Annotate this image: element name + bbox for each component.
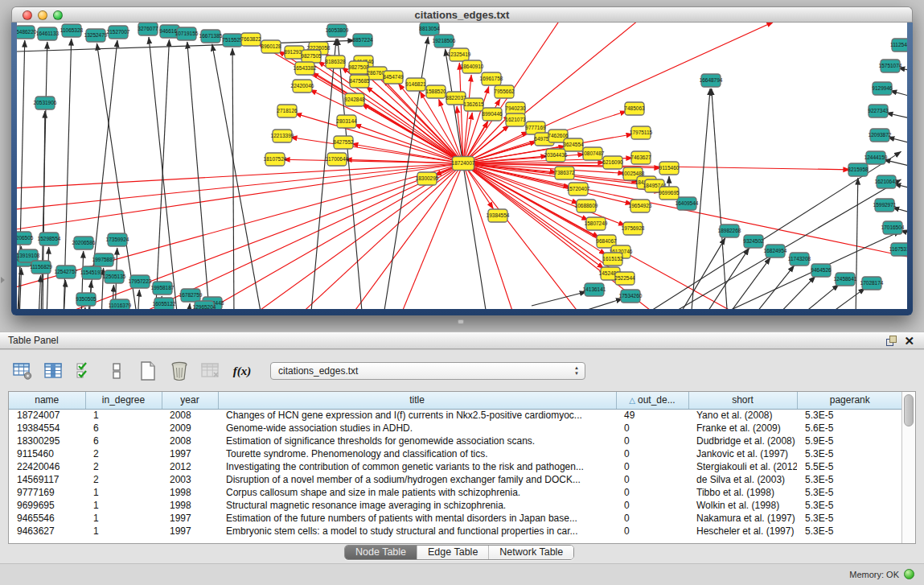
- graph-node-teal[interactable]: 16210643: [875, 175, 898, 188]
- column-header-short[interactable]: short: [688, 392, 797, 409]
- column-header-in_degree[interactable]: in_degree: [85, 392, 162, 409]
- table-cell[interactable]: Corpus callosum shape and size in male p…: [218, 486, 616, 499]
- citation-edge-red[interactable]: [310, 89, 463, 163]
- graph-node-teal[interactable]: 15751074: [879, 60, 902, 72]
- citation-edge-black[interactable]: [890, 91, 907, 107]
- table-cell[interactable]: Franke et al. (2009): [688, 422, 797, 435]
- graph-node-yellow[interactable]: 7463627: [630, 151, 651, 164]
- graph-node-yellow[interactable]: 17975115: [630, 126, 653, 139]
- graph-node-hub[interactable]: 18724007: [452, 157, 475, 171]
- graph-node-teal[interactable]: 9129946: [872, 82, 893, 95]
- table-cell[interactable]: Estimation of significance thresholds fo…: [218, 435, 616, 447]
- citation-edge-black[interactable]: [702, 248, 749, 309]
- citation-edge-black[interactable]: [188, 303, 190, 309]
- graph-node-yellow[interactable]: 1362615: [463, 98, 484, 111]
- table-row[interactable]: 1872400712008Changes of HCN gene express…: [9, 409, 901, 422]
- graph-node-yellow[interactable]: 12213399: [271, 130, 294, 142]
- table-cell[interactable]: 0: [616, 499, 688, 512]
- graph-node-yellow[interactable]: 16543382: [294, 62, 317, 75]
- graph-node-yellow[interactable]: 9827505: [301, 50, 322, 63]
- delete-column-icon[interactable]: [168, 360, 191, 381]
- table-cell[interactable]: Changes of HCN gene expression and I(f) …: [218, 409, 616, 422]
- table-cell[interactable]: Yano et al. (2008): [688, 409, 797, 422]
- table-cell[interactable]: 2008: [162, 435, 218, 447]
- graph-node-yellow[interactable]: 16961758: [480, 72, 503, 85]
- graph-node-teal[interactable]: 11065328: [60, 24, 84, 37]
- graph-node-teal[interactable]: 12458641: [834, 273, 857, 286]
- graph-node-teal[interactable]: 11156829: [30, 261, 52, 274]
- graph-node-yellow[interactable]: 9146821: [405, 78, 426, 91]
- graph-node-teal[interactable]: 12965204: [193, 301, 216, 309]
- table-cell[interactable]: 18300295: [9, 435, 85, 447]
- graph-node-teal[interactable]: 16824954: [764, 245, 787, 257]
- table-cell[interactable]: 5.5E-5: [797, 460, 901, 473]
- graph-node-yellow[interactable]: 2718126: [277, 105, 298, 117]
- table-cell[interactable]: Disruption of a novel member of a sodium…: [218, 473, 616, 486]
- table-cell[interactable]: Embryonic stem cells: a model to study s…: [218, 525, 616, 538]
- table-selector-dropdown[interactable]: citations_edges.txt ▲▼: [270, 362, 585, 380]
- graph-node-teal[interactable]: 17957223: [129, 275, 152, 288]
- panel-resize-arrow[interactable]: [1, 277, 5, 283]
- function-builder-icon[interactable]: f(x): [231, 360, 253, 381]
- graph-node-teal[interactable]: 16409544: [676, 197, 699, 210]
- graph-node-teal[interactable]: 8215958: [848, 163, 869, 176]
- graph-node-teal[interactable]: 12542757: [55, 266, 78, 278]
- graph-node-teal[interactable]: 16782759: [179, 289, 203, 302]
- table-row[interactable]: 911546021997Tourette syndrome. Phenomeno…: [9, 447, 901, 460]
- graph-node-yellow[interactable]: 8475685: [349, 75, 370, 88]
- table-cell[interactable]: Stergiakouli et al. (2012): [688, 460, 797, 473]
- graph-node-teal[interactable]: 16461133: [36, 27, 60, 40]
- network-canvas[interactable]: 1548622016461133110653281325247921527007…: [17, 23, 907, 309]
- table-cell[interactable]: Hescheler et al. (1997): [688, 525, 797, 538]
- table-row[interactable]: 1456911722003Disruption of a novel membe…: [9, 473, 901, 486]
- table-cell[interactable]: 1997: [162, 525, 218, 538]
- graph-node-yellow[interactable]: 7955662: [494, 85, 515, 98]
- graph-node-teal[interactable]: 19975887: [92, 253, 116, 266]
- table-cell[interactable]: 0: [616, 512, 688, 525]
- table-cell[interactable]: Investigating the contribution of common…: [218, 460, 616, 473]
- graph-node-yellow[interactable]: 3624554: [563, 138, 584, 151]
- citation-edge-red[interactable]: [17, 163, 463, 191]
- table-cell[interactable]: 0: [616, 422, 688, 435]
- table-scrollbar[interactable]: [901, 392, 915, 543]
- graph-node-yellow[interactable]: 20364436: [544, 149, 568, 162]
- graph-node-yellow[interactable]: 11700644: [326, 153, 349, 166]
- citation-edge-black[interactable]: [232, 48, 234, 309]
- table-cell[interactable]: Tibbo et al. (1998): [688, 486, 797, 499]
- table-cell[interactable]: 5.3E-5: [797, 499, 901, 512]
- citation-edge-black[interactable]: [580, 299, 622, 309]
- graph-node-yellow[interactable]: 15720407: [567, 183, 590, 196]
- citation-edge-black[interactable]: [856, 178, 858, 309]
- column-header-out_de[interactable]: △out_de...: [616, 392, 688, 409]
- graph-node-teal[interactable]: 7515525: [222, 34, 243, 47]
- graph-node-teal[interactable]: 11125448: [890, 39, 907, 51]
- graph-node-teal[interactable]: 9227343: [868, 105, 889, 117]
- table-cell[interactable]: 1998: [162, 486, 218, 499]
- table-cell[interactable]: 5.3E-5: [797, 447, 901, 460]
- network-window-titlebar[interactable]: citations_edges.txt: [11, 6, 913, 23]
- graph-node-teal[interactable]: 13252479: [84, 29, 108, 42]
- graph-node-teal[interactable]: 20206586: [72, 237, 96, 249]
- table-cell[interactable]: 5.3E-5: [797, 512, 901, 525]
- graph-node-yellow[interactable]: 19654923: [629, 200, 652, 212]
- graph-node-teal[interactable]: 15298554: [38, 233, 61, 245]
- citation-edge-black[interactable]: [795, 284, 839, 309]
- graph-node-teal[interactable]: 16053809: [326, 24, 349, 37]
- graph-node-yellow[interactable]: 1588520: [425, 85, 446, 98]
- table-cell[interactable]: 5.3E-5: [797, 486, 901, 499]
- table-cell[interactable]: 2009: [162, 422, 218, 435]
- table-cell[interactable]: Tourette syndrome. Phenomenology and cla…: [218, 447, 616, 460]
- zoom-window-button[interactable]: [53, 10, 63, 20]
- graph-node-yellow[interactable]: 19384554: [487, 209, 510, 222]
- citation-edge-black[interactable]: [138, 290, 139, 309]
- column-visibility-icon[interactable]: [43, 360, 65, 381]
- graph-node-yellow[interactable]: 10688609: [575, 200, 598, 212]
- citation-edge-black[interactable]: [821, 288, 865, 309]
- citation-edge-black[interactable]: [155, 39, 169, 309]
- table-cell[interactable]: 9777169: [9, 486, 85, 499]
- graph-node-yellow[interactable]: 2522544: [614, 272, 635, 285]
- graph-node-yellow[interactable]: 9827508: [348, 61, 369, 74]
- graph-node-teal[interactable]: 12093872: [869, 129, 892, 142]
- splitter-handle[interactable]: [458, 319, 464, 324]
- table-cell[interactable]: 2012: [162, 460, 218, 473]
